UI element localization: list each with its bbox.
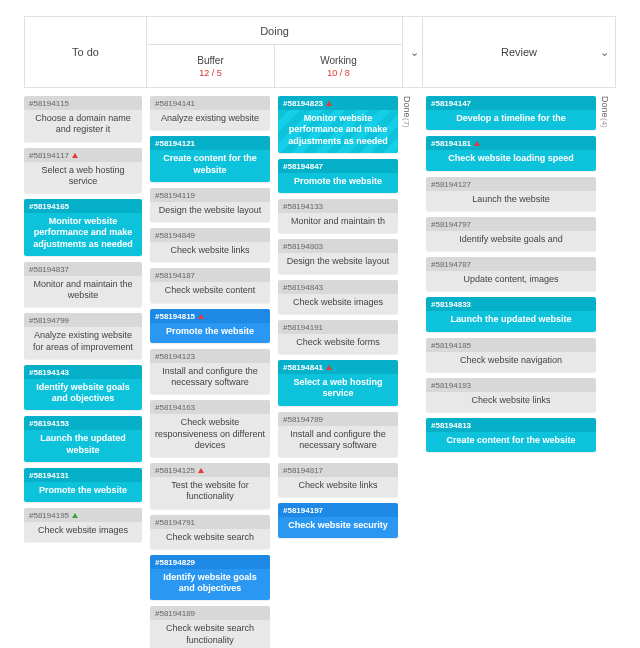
card[interactable]: #58194837Monitor and maintain the websit… [24,262,142,308]
card[interactable]: #58194125Test the website for functional… [150,463,270,509]
card-title: Choose a domain name and register it [24,110,142,142]
card-header: #58194823 [278,96,398,110]
card[interactable]: #58194843Check website images [278,280,398,314]
card[interactable]: #58194797Identify website goals and [426,217,596,251]
header-doing: Doing Buffer 12 / 5 Working 10 / 8 [147,17,403,87]
card-header: #58194185 [426,338,596,352]
column-todo[interactable]: #58194115Choose a domain name and regist… [24,88,146,648]
card[interactable]: #58194823Monitor website performance and… [278,96,398,153]
card-title: Install and configure the necessary soft… [278,426,398,458]
card-id: #58194837 [29,265,69,274]
card-header: #58194141 [150,96,270,110]
card-title: Identify website goals and [426,231,596,251]
card[interactable]: #58194787Update content, images [426,257,596,291]
card[interactable]: #58194195Check website images [24,508,142,542]
column-done-doing[interactable]: Done (7) [402,88,422,648]
card-title: Check website links [278,477,398,497]
card[interactable]: #58194123Install and configure the neces… [150,349,270,395]
card-header: #58194833 [426,297,596,311]
header-review[interactable]: Review ⌄ [423,17,615,87]
card[interactable]: #58194829Identify website goals and obje… [150,555,270,601]
card[interactable]: #58194803Design the website layout [278,239,398,273]
card[interactable]: #58194833Launch the updated website [426,297,596,331]
card-id: #58194197 [283,506,323,515]
header-buffer[interactable]: Buffer 12 / 5 [147,45,275,87]
card-header: #58194841 [278,360,398,374]
card-id: #58194191 [283,323,323,332]
card-title: Create content for the website [426,432,596,452]
card[interactable]: #58194815Promote the website [150,309,270,343]
card-id: #58194799 [29,316,69,325]
card[interactable]: #58194189Check website search functional… [150,606,270,648]
card[interactable]: #58194191Check website forms [278,320,398,354]
card-id: #58194153 [29,419,69,428]
card-header: #58194803 [278,239,398,253]
card-id: #58194131 [29,471,69,480]
card-id: #58194797 [431,220,471,229]
card-header: #58194153 [24,416,142,430]
card-title: Check website responsiveness on differen… [150,414,270,457]
card[interactable]: #58194147Develop a timeline for the [426,96,596,130]
card-header: #58194195 [24,508,142,522]
header-doing-top[interactable]: Doing [147,17,402,45]
card[interactable]: #58194193Check website links [426,378,596,412]
card[interactable]: #58194117Select a web hosting service [24,148,142,194]
chevron-down-icon[interactable]: ⌄ [600,46,609,59]
card[interactable]: #58194153Launch the updated website [24,416,142,462]
column-review[interactable]: #58194147Develop a timeline for the#5819… [422,88,600,648]
card-id: #58194181 [431,139,471,148]
card[interactable]: #58194849Check website links [150,228,270,262]
done-label: Done [600,96,610,118]
column-buffer[interactable]: #58194141Analyze existing website#581941… [146,88,274,648]
card[interactable]: #58194791Check website search [150,515,270,549]
card[interactable]: #58194141Analyze existing website [150,96,270,130]
card[interactable]: #58194121Create content for the website [150,136,270,182]
column-done-review[interactable]: Done (4) [600,88,616,648]
card-title: Monitor and maintain the website [24,276,142,308]
card-id: #58194123 [155,352,195,361]
chevron-down-icon[interactable]: ⌄ [410,46,419,59]
card[interactable]: #58194115Choose a domain name and regist… [24,96,142,142]
header-todo[interactable]: To do [25,17,147,87]
card-title: Identify website goals and objectives [24,379,142,411]
card[interactable]: #58194799Analyze existing website for ar… [24,313,142,359]
card-header: #58194193 [426,378,596,392]
card[interactable]: #58194133Monitor and maintain th [278,199,398,233]
card[interactable]: #58194197Check website security [278,503,398,537]
wip-count: 12 / 5 [199,68,222,78]
card[interactable]: #58194165Monitor website performance and… [24,199,142,256]
card[interactable]: #58194841Select a web hosting service [278,360,398,406]
card-header: #58194163 [150,400,270,414]
card[interactable]: #58194789Install and configure the neces… [278,412,398,458]
card[interactable]: #58194163Check website responsiveness on… [150,400,270,457]
header-working[interactable]: Working 10 / 8 [275,45,402,87]
card[interactable]: #58194185Check website navigation [426,338,596,372]
card[interactable]: #58194187Check website content [150,268,270,302]
card-title: Launch the updated website [24,430,142,462]
card[interactable]: #58194127Launch the website [426,177,596,211]
card[interactable]: #58194181Check website loading speed [426,136,596,170]
card-title: Identify website goals and objectives [150,569,270,601]
header-label: To do [72,46,99,58]
card[interactable]: #58194813Create content for the website [426,418,596,452]
card[interactable]: #58194817Check website links [278,463,398,497]
board-columns: #58194115Choose a domain name and regist… [24,88,616,648]
card[interactable]: #58194119Design the website layout [150,188,270,222]
card-id: #58194829 [155,558,195,567]
card-header: #58194133 [278,199,398,213]
flag-icon [198,468,204,473]
column-working[interactable]: #58194823Monitor website performance and… [274,88,402,648]
header-label: Doing [260,25,289,37]
card-header: #58194165 [24,199,142,213]
card-title: Promote the website [278,173,398,193]
card-id: #58194163 [155,403,195,412]
done-label: Done [402,96,412,118]
card-title: Design the website layout [150,202,270,222]
card-id: #58194815 [155,312,195,321]
card-id: #58194847 [283,162,323,171]
card[interactable]: #58194847Promote the website [278,159,398,193]
card-header: #58194791 [150,515,270,529]
card[interactable]: #58194143Identify website goals and obje… [24,365,142,411]
card[interactable]: #58194131Promote the website [24,468,142,502]
header-done-doing[interactable]: ⌄ [403,17,423,87]
